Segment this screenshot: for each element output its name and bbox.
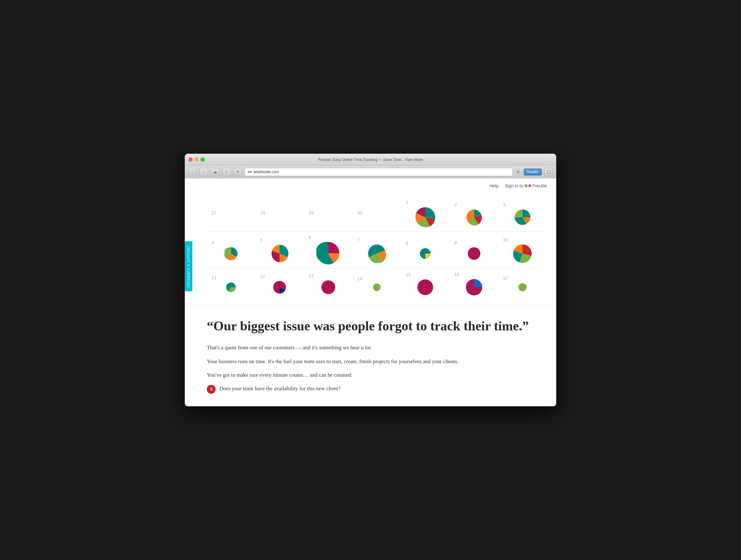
calendar-cell-14: 14	[352, 273, 401, 295]
calendar-cell-29: 29	[304, 207, 352, 221]
pie-container	[321, 280, 336, 295]
bullet-text-1: Does your team have the availability for…	[219, 384, 341, 393]
share-button[interactable]: ⇧	[222, 168, 231, 176]
paragraph-1-after: .	[370, 345, 372, 351]
calendar-cell-2: 2	[450, 199, 498, 229]
pie-chart	[417, 279, 433, 296]
pie-container	[224, 247, 238, 260]
paragraph-1-before: That's a quote from one of our customers…	[207, 345, 361, 351]
pie-container	[467, 247, 481, 260]
paragraph-3: You've got to make sure every minute cou…	[207, 371, 534, 379]
svg-point-4	[417, 279, 433, 295]
day-number: 28	[260, 210, 265, 215]
calendar-section: 27 28 29 30 1	[185, 193, 556, 306]
day-number: 27	[211, 210, 216, 215]
pie-chart	[518, 283, 527, 292]
calendar-cell-6: 6	[304, 232, 352, 268]
calendar-cell-11: 11	[207, 272, 255, 296]
pie-chart	[466, 279, 483, 296]
pie-container	[373, 283, 381, 291]
day-number: 17	[503, 276, 508, 281]
calendar-cell-30: 30	[352, 207, 401, 221]
day-number: 3	[503, 202, 506, 207]
calendar-cell-10: 10	[498, 234, 547, 266]
url-display: letsfreckle.com	[254, 170, 279, 174]
sign-in-prefix: Sign in to	[505, 183, 523, 188]
calendar-cell-27: 27	[207, 207, 255, 221]
page-title: Freckle: Easy Online Time Tracking — Sav…	[318, 158, 423, 162]
day-number: 6	[309, 235, 311, 240]
pie-chart	[273, 281, 286, 294]
pie-chart	[420, 248, 431, 259]
calendar-cell-17: 17	[498, 273, 547, 295]
day-number: 9	[454, 240, 457, 245]
feedback-tab[interactable]: FEEDBACK & SUPPORT	[185, 241, 192, 291]
browser-window: Freckle: Easy Online Time Tracking — Sav…	[185, 154, 556, 406]
pie-container	[367, 244, 386, 263]
downloads-button[interactable]: ◯	[544, 168, 553, 176]
pie-chart	[367, 244, 386, 263]
site-header: Help Sign in to Freckle	[185, 178, 556, 193]
pie-chart	[224, 247, 238, 260]
pie-container	[226, 282, 236, 292]
day-number: 12	[260, 274, 265, 279]
calendar-cell-16: 16	[450, 269, 498, 299]
svg-point-3	[373, 284, 381, 291]
pie-container	[466, 279, 483, 296]
day-number: 10	[503, 237, 508, 242]
day-number: 15	[406, 272, 411, 277]
freckle-logo	[525, 184, 531, 187]
day-number: 2	[454, 202, 457, 207]
day-number: 7	[357, 237, 360, 242]
sign-in-brand: Freckle	[532, 183, 547, 188]
forward-button[interactable]: ›	[199, 168, 208, 176]
day-number: 29	[309, 210, 314, 215]
help-link[interactable]: Help	[489, 183, 498, 188]
day-number: 4	[211, 240, 214, 245]
calendar-row-2: 4 5	[207, 231, 547, 268]
calendar-cell-4: 4	[207, 237, 255, 263]
close-button[interactable]	[189, 158, 193, 162]
pie-container	[420, 248, 431, 259]
fullscreen-button[interactable]	[201, 158, 205, 162]
day-number: 11	[211, 275, 216, 280]
calendar-cell-3: 3	[498, 199, 547, 229]
paragraph-2-before: Your business	[207, 359, 238, 364]
calendar-cell-7: 7	[352, 234, 401, 266]
minimize-button[interactable]	[195, 158, 199, 162]
pie-chart	[321, 280, 336, 295]
paragraph-1: That's a quote from one of our customers…	[207, 343, 534, 352]
reload-button[interactable]: ↻	[515, 170, 521, 175]
svg-point-2	[321, 280, 335, 294]
pie-chart	[226, 282, 236, 292]
pie-chart	[373, 283, 381, 291]
pie-container	[514, 209, 531, 226]
pie-chart	[316, 242, 340, 265]
pie-container	[316, 242, 340, 265]
reader-button[interactable]: Reader	[524, 169, 542, 175]
svg-point-1	[468, 247, 480, 260]
day-number: 14	[357, 276, 362, 281]
calendar-cell-12: 12	[255, 270, 304, 297]
paragraph-2-after: on time. It's the fuel your team uses to…	[248, 359, 459, 364]
day-number: 13	[309, 273, 314, 278]
back-button[interactable]: ‹	[188, 168, 197, 176]
svg-point-5	[519, 283, 527, 291]
add-tab-button[interactable]: +	[233, 168, 242, 176]
favicon	[248, 170, 252, 174]
page-content: FEEDBACK & SUPPORT Help Sign in to Freck…	[185, 178, 556, 406]
paragraph-3-text: You've got to make sure every minute cou…	[207, 372, 352, 378]
address-bar[interactable]: letsfreckle.com	[245, 168, 513, 176]
calendar-cell-5: 5	[255, 234, 304, 266]
question-icon: ?	[207, 385, 216, 394]
bullet-item-1: ? Does your team have the availability f…	[207, 384, 534, 394]
day-number: 30	[357, 210, 362, 215]
pie-container	[415, 207, 436, 228]
day-number: 16	[454, 272, 459, 277]
cloud-button[interactable]: ☁	[211, 168, 219, 176]
calendar-cell-8: 8	[401, 238, 450, 262]
calendar-row-3: 11 12	[207, 268, 547, 299]
calendar-cell-9: 9	[450, 237, 498, 263]
sign-in-link[interactable]: Sign in to Freckle	[505, 183, 547, 188]
day-number: 1	[406, 200, 408, 205]
